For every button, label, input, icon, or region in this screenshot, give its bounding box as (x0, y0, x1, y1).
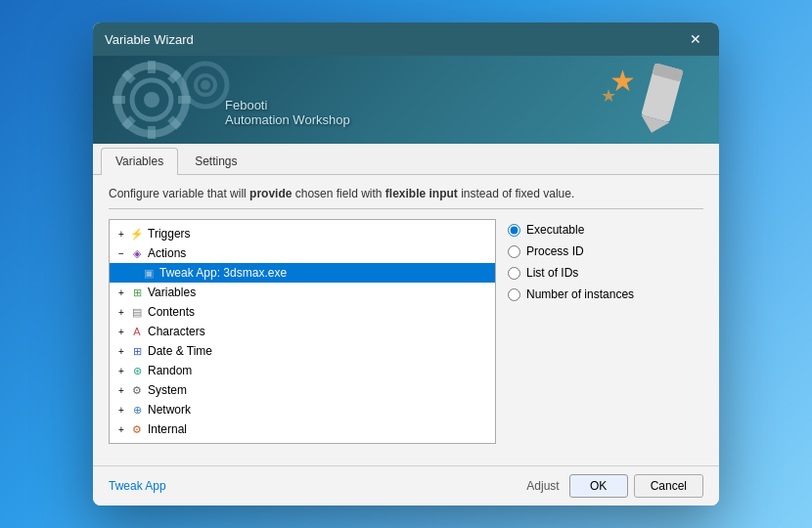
expand-characters-icon: + (113, 324, 129, 339)
banner: Febooti Automation Workshop ★ ★ (93, 56, 719, 144)
radio-list-of-ids-input[interactable] (508, 267, 520, 280)
datetime-icon: ⊞ (129, 343, 145, 359)
tree-label-random: Random (148, 364, 491, 377)
internal-icon: ⚙ (129, 421, 145, 437)
tree-label-tweak-app: Tweak App: 3dsmax.exe (159, 266, 491, 280)
tree-panel[interactable]: + ⚡ Triggers − ◈ Actions ▣ Tweak App: 3d… (109, 219, 496, 444)
tree-item-datetime[interactable]: + ⊞ Date & Time (110, 341, 495, 361)
tree-label-characters: Characters (148, 325, 491, 338)
radio-executable-label: Executable (526, 223, 584, 237)
banner-title: Febooti Automation Workshop (225, 98, 350, 127)
tree-item-internal[interactable]: + ⚙ Internal (110, 419, 495, 439)
expand-network-icon: + (113, 402, 129, 418)
system-icon: ⚙ (129, 382, 145, 398)
radio-list-of-ids-label: List of IDs (526, 266, 578, 280)
tree-item-variables[interactable]: + ⊞ Variables (110, 283, 495, 302)
tab-variables[interactable]: Variables (101, 148, 178, 175)
expand-actions-icon: − (113, 245, 129, 261)
radio-process-id-label: Process ID (526, 244, 584, 258)
dialog-content: Configure variable that will provide cho… (93, 175, 719, 465)
tabs-container: Variables Settings (93, 144, 719, 175)
tree-item-triggers[interactable]: + ⚡ Triggers (110, 224, 495, 243)
radio-process-id-input[interactable] (508, 245, 520, 258)
description-text: Configure variable that will provide cho… (109, 187, 703, 209)
dialog-title: Variable Wizard (105, 32, 194, 47)
footer-buttons: Adjust OK Cancel (526, 474, 703, 498)
adjust-label: Adjust (526, 479, 559, 493)
expand-datetime-icon: + (113, 343, 129, 359)
expand-system-icon: + (113, 382, 129, 398)
radio-executable[interactable]: Executable (508, 223, 703, 237)
radio-num-instances-label: Number of instances (526, 287, 634, 301)
tree-label-contents: Contents (148, 305, 491, 319)
network-icon: ⊕ (129, 402, 145, 418)
expand-variables-icon: + (113, 285, 129, 300)
radio-num-instances-input[interactable] (508, 288, 520, 301)
expand-tweak-app-icon (125, 265, 141, 281)
characters-icon: A (129, 324, 145, 339)
triggers-icon: ⚡ (129, 226, 145, 242)
variable-wizard-dialog: Variable Wizard ✕ (93, 22, 719, 506)
variables-icon: ⊞ (129, 285, 145, 300)
actions-icon: ◈ (129, 245, 145, 261)
ok-button[interactable]: OK (569, 474, 628, 498)
expand-triggers-icon: + (113, 226, 129, 242)
tree-item-actions[interactable]: − ◈ Actions (110, 243, 495, 263)
svg-point-13 (201, 80, 210, 90)
tab-settings[interactable]: Settings (180, 148, 251, 174)
tweak-app-file-icon: ▣ (141, 265, 157, 281)
radio-list-of-ids[interactable]: List of IDs (508, 266, 703, 280)
tree-label-variables: Variables (148, 286, 491, 299)
tree-label-system: System (148, 383, 491, 397)
tree-label-actions: Actions (148, 246, 491, 260)
close-button[interactable]: ✕ (684, 27, 707, 51)
banner-subtitle: Febooti (225, 98, 350, 112)
expand-random-icon: + (113, 363, 129, 378)
title-bar: Variable Wizard ✕ (93, 22, 719, 56)
tree-label-triggers: Triggers (148, 227, 491, 241)
svg-point-2 (144, 92, 159, 108)
radio-executable-input[interactable] (508, 224, 520, 237)
dialog-footer: Tweak App Adjust OK Cancel (93, 465, 719, 506)
radio-num-instances[interactable]: Number of instances (508, 287, 703, 301)
expand-internal-icon: + (113, 421, 129, 437)
footer-link[interactable]: Tweak App (109, 479, 166, 493)
tree-item-system[interactable]: + ⚙ System (110, 380, 495, 400)
banner-star2-icon: ★ (601, 85, 616, 107)
tree-label-datetime: Date & Time (148, 344, 491, 358)
tree-item-contents[interactable]: + ▤ Contents (110, 302, 495, 322)
cancel-button[interactable]: Cancel (634, 474, 703, 498)
tree-item-tweak-app[interactable]: ▣ Tweak App: 3dsmax.exe (110, 263, 495, 283)
main-area: + ⚡ Triggers − ◈ Actions ▣ Tweak App: 3d… (109, 219, 703, 444)
tree-item-random[interactable]: + ⊛ Random (110, 361, 495, 380)
tree-label-network: Network (148, 403, 491, 417)
expand-contents-icon: + (113, 304, 129, 320)
tree-label-internal: Internal (148, 422, 491, 436)
radio-process-id[interactable]: Process ID (508, 244, 703, 258)
radio-options-panel: Executable Process ID List of IDs Number… (508, 219, 703, 444)
contents-icon: ▤ (129, 304, 145, 320)
tree-item-network[interactable]: + ⊕ Network (110, 400, 495, 419)
random-icon: ⊛ (129, 363, 145, 378)
tree-item-characters[interactable]: + A Characters (110, 322, 495, 341)
